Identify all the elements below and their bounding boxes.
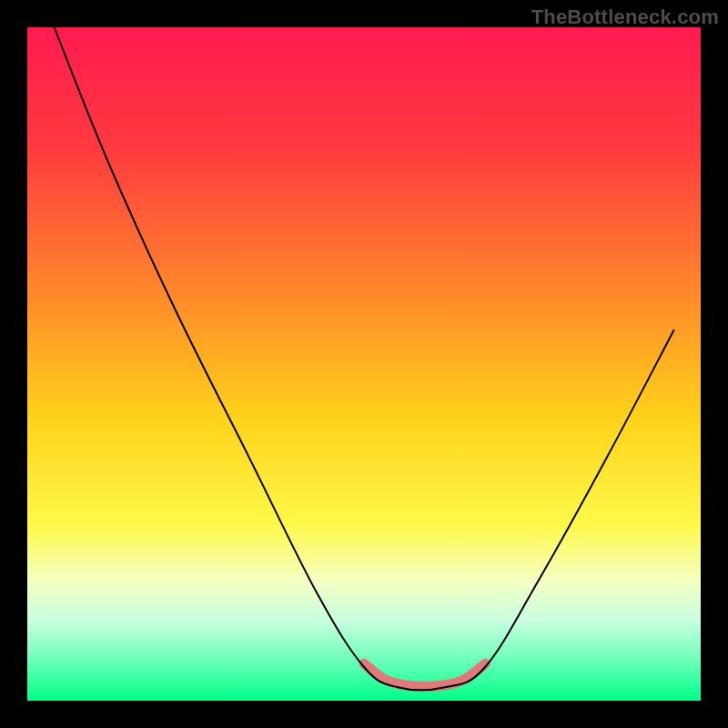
bottleneck-chart — [0, 0, 728, 728]
plot-background — [27, 27, 701, 701]
chart-frame: TheBottleneck.com — [0, 0, 728, 728]
watermark-text: TheBottleneck.com — [531, 5, 719, 29]
